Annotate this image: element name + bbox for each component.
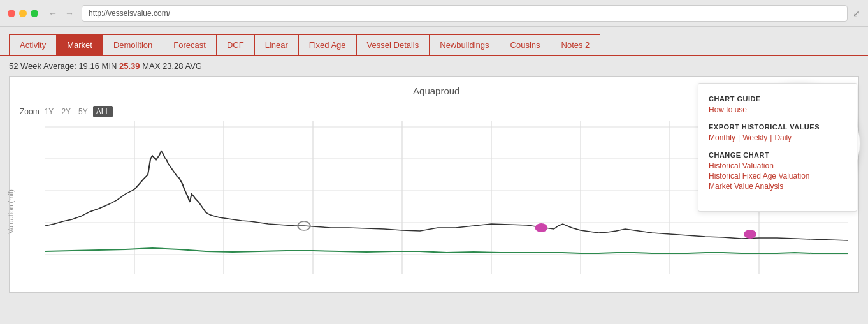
zoom-5y[interactable]: 5Y bbox=[76, 106, 90, 117]
tab-activity[interactable]: Activity bbox=[9, 34, 57, 55]
y-axis-label: Valuation (mil) bbox=[7, 189, 15, 234]
back-button[interactable]: ← bbox=[46, 7, 60, 20]
minimize-button[interactable] bbox=[19, 10, 27, 17]
expand-icon[interactable]: ⤢ bbox=[853, 8, 860, 18]
stats-bar: 52 Week Average: 19.16 MIN 25.39 MAX 23.… bbox=[0, 56, 868, 76]
chart-dot-2[interactable] bbox=[744, 230, 756, 239]
popup-monthly-link[interactable]: Monthly bbox=[709, 133, 735, 142]
tab-fixed-age[interactable]: Fixed Age bbox=[298, 34, 357, 55]
tab-bar: Activity Market Demolition Forecast DCF … bbox=[0, 27, 868, 56]
tab-market[interactable]: Market bbox=[56, 34, 103, 55]
stats-label: 52 Week Average: bbox=[9, 61, 76, 71]
tab-demolition[interactable]: Demolition bbox=[103, 34, 163, 55]
tab-newbuildings[interactable]: Newbuildings bbox=[429, 34, 500, 55]
browser-chrome: ← → ⤢ bbox=[0, 0, 868, 27]
popup-export-title: EXPORT HISTORICAL VALUES bbox=[709, 123, 846, 131]
zoom-label: Zoom bbox=[20, 107, 40, 116]
stats-value1: 19.16 bbox=[78, 61, 99, 71]
popup-weekly-link[interactable]: Weekly bbox=[742, 133, 767, 142]
popup-divider-1: | bbox=[738, 133, 740, 142]
chart-dot-1[interactable] bbox=[535, 223, 548, 232]
popup-divider-2: | bbox=[770, 133, 772, 142]
main-content: Activity Market Demolition Forecast DCF … bbox=[0, 27, 868, 324]
address-bar[interactable] bbox=[82, 5, 848, 22]
popup-export-links: Monthly | Weekly | Daily bbox=[709, 133, 846, 142]
tab-notes[interactable]: Notes 2 bbox=[551, 34, 601, 55]
tab-forecast[interactable]: Forecast bbox=[163, 34, 217, 55]
tab-dcf[interactable]: DCF bbox=[216, 34, 255, 55]
forward-button[interactable]: → bbox=[62, 7, 76, 20]
popup-how-to-use-link[interactable]: How to use bbox=[709, 105, 846, 114]
close-button[interactable] bbox=[8, 10, 15, 17]
popup-change-chart-title: CHANGE CHART bbox=[709, 151, 846, 159]
tab-cousins[interactable]: Cousins bbox=[500, 34, 551, 55]
tab-vessel-details[interactable]: Vessel Details bbox=[356, 34, 430, 55]
traffic-lights bbox=[8, 10, 38, 17]
zoom-1y[interactable]: 1Y bbox=[42, 106, 57, 117]
chart-popup: CHART GUIDE How to use EXPORT HISTORICAL… bbox=[698, 83, 857, 212]
zoom-2y[interactable]: 2Y bbox=[59, 106, 73, 117]
stats-min-label: MIN bbox=[102, 61, 117, 71]
stats-max-label: MAX bbox=[142, 61, 160, 71]
tab-linear[interactable]: Linear bbox=[254, 34, 299, 55]
popup-change-chart: CHANGE CHART Historical Valuation Histor… bbox=[709, 151, 846, 191]
zoom-all[interactable]: ALL bbox=[93, 106, 113, 117]
popup-chart-guide: CHART GUIDE How to use bbox=[709, 95, 846, 114]
stats-min-value: 25.39 bbox=[119, 61, 140, 71]
stats-max-value: 23.28 bbox=[163, 61, 184, 71]
stats-avg-label: AVG bbox=[185, 61, 202, 71]
popup-export: EXPORT HISTORICAL VALUES Monthly | Weekl… bbox=[709, 123, 846, 142]
popup-historical-valuation-link[interactable]: Historical Valuation bbox=[709, 161, 846, 170]
popup-daily-link[interactable]: Daily bbox=[774, 133, 792, 142]
popup-chart-guide-title: CHART GUIDE bbox=[709, 95, 846, 103]
nav-arrows: ← → bbox=[46, 7, 76, 20]
maximize-button[interactable] bbox=[31, 10, 38, 17]
chart-container: Aquaproud ≡ Zoom 1Y 2Y 5Y ALL From Jun 1… bbox=[9, 76, 859, 293]
popup-market-value-analysis-link[interactable]: Market Value Analysis bbox=[709, 182, 846, 191]
popup-historical-fixed-age-link[interactable]: Historical Fixed Age Valuation bbox=[709, 172, 846, 180]
